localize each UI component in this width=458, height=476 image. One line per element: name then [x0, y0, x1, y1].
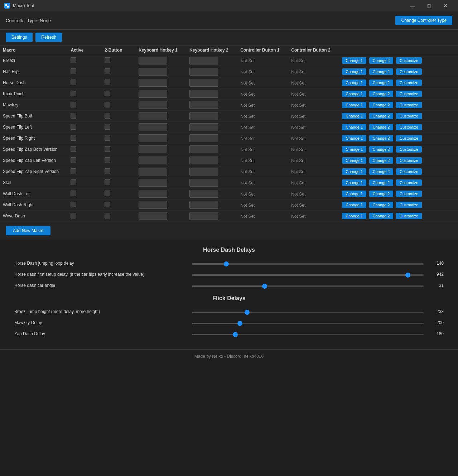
change2-button[interactable]: Change 2 — [369, 113, 394, 119]
change2-button[interactable]: Change 2 — [369, 213, 394, 219]
active-checkbox[interactable] — [71, 135, 76, 141]
hotkey2-input[interactable] — [189, 145, 218, 153]
change2-button[interactable]: Change 2 — [369, 102, 394, 108]
customize-button[interactable]: Customize — [396, 213, 422, 219]
active-checkbox[interactable] — [71, 179, 76, 185]
hotkey1-input[interactable] — [139, 201, 167, 209]
two-button-checkbox[interactable] — [105, 80, 110, 85]
active-checkbox[interactable] — [71, 91, 76, 96]
two-button-checkbox[interactable] — [105, 146, 110, 152]
change1-button[interactable]: Change 1 — [342, 168, 366, 175]
change1-button[interactable]: Change 1 — [342, 157, 366, 164]
customize-button[interactable]: Customize — [396, 102, 422, 108]
close-button[interactable]: ✕ — [437, 0, 454, 11]
change2-button[interactable]: Change 2 — [369, 124, 394, 130]
active-checkbox[interactable] — [71, 213, 76, 218]
active-checkbox[interactable] — [71, 68, 76, 74]
two-button-checkbox[interactable] — [105, 135, 110, 141]
change1-button[interactable]: Change 1 — [342, 213, 366, 219]
two-button-checkbox[interactable] — [105, 202, 110, 207]
hotkey2-input[interactable] — [189, 134, 218, 142]
hotkey1-input[interactable] — [139, 79, 167, 87]
customize-button[interactable]: Customize — [396, 146, 422, 153]
two-button-checkbox[interactable] — [105, 179, 110, 185]
hotkey1-input[interactable] — [139, 157, 167, 164]
change1-button[interactable]: Change 1 — [342, 135, 366, 141]
customize-button[interactable]: Customize — [396, 68, 422, 75]
change2-button[interactable]: Change 2 — [369, 157, 394, 164]
active-checkbox[interactable] — [71, 113, 76, 119]
change2-button[interactable]: Change 2 — [369, 168, 394, 175]
change1-button[interactable]: Change 1 — [342, 68, 366, 75]
two-button-checkbox[interactable] — [105, 124, 110, 130]
change2-button[interactable]: Change 2 — [369, 191, 394, 197]
customize-button[interactable]: Customize — [396, 124, 422, 130]
hotkey2-input[interactable] — [189, 90, 218, 98]
hotkey1-input[interactable] — [139, 190, 167, 198]
change1-button[interactable]: Change 1 — [342, 80, 366, 86]
hotkey2-input[interactable] — [189, 101, 218, 109]
change2-button[interactable]: Change 2 — [369, 146, 394, 153]
two-button-checkbox[interactable] — [105, 213, 110, 218]
change1-button[interactable]: Change 1 — [342, 124, 366, 130]
hotkey2-input[interactable] — [189, 190, 218, 198]
customize-button[interactable]: Customize — [396, 191, 422, 197]
active-checkbox[interactable] — [71, 157, 76, 163]
slider-input[interactable] — [192, 312, 424, 313]
hotkey2-input[interactable] — [189, 57, 218, 64]
hotkey1-input[interactable] — [139, 212, 167, 220]
customize-button[interactable]: Customize — [396, 168, 422, 175]
hotkey1-input[interactable] — [139, 101, 167, 109]
hotkey2-input[interactable] — [189, 201, 218, 209]
change2-button[interactable]: Change 2 — [369, 80, 394, 86]
two-button-checkbox[interactable] — [105, 168, 110, 174]
hotkey1-input[interactable] — [139, 68, 167, 76]
hotkey1-input[interactable] — [139, 168, 167, 176]
two-button-checkbox[interactable] — [105, 191, 110, 196]
macro-table-wrapper[interactable]: Macro Active 2-Button Keyboard Hotkey 1 … — [0, 45, 458, 240]
active-checkbox[interactable] — [71, 168, 76, 174]
two-button-checkbox[interactable] — [105, 91, 110, 96]
settings-button[interactable]: Settings — [6, 33, 33, 42]
change1-button[interactable]: Change 1 — [342, 146, 366, 153]
customize-button[interactable]: Customize — [396, 113, 422, 119]
change2-button[interactable]: Change 2 — [369, 68, 394, 75]
change1-button[interactable]: Change 1 — [342, 191, 366, 197]
hotkey2-input[interactable] — [189, 212, 218, 220]
customize-button[interactable]: Customize — [396, 157, 422, 164]
change2-button[interactable]: Change 2 — [369, 202, 394, 208]
customize-button[interactable]: Customize — [396, 202, 422, 208]
hotkey1-input[interactable] — [139, 134, 167, 142]
hotkey2-input[interactable] — [189, 112, 218, 120]
slider-input[interactable] — [192, 285, 424, 287]
change2-button[interactable]: Change 2 — [369, 135, 394, 141]
slider-input[interactable] — [192, 274, 424, 276]
change2-button[interactable]: Change 2 — [369, 91, 394, 97]
active-checkbox[interactable] — [71, 80, 76, 85]
hotkey1-input[interactable] — [139, 123, 167, 131]
hotkey1-input[interactable] — [139, 145, 167, 153]
change1-button[interactable]: Change 1 — [342, 113, 366, 119]
hotkey2-input[interactable] — [189, 157, 218, 164]
customize-button[interactable]: Customize — [396, 135, 422, 141]
change1-button[interactable]: Change 1 — [342, 202, 366, 208]
customize-button[interactable]: Customize — [396, 57, 422, 64]
customize-button[interactable]: Customize — [396, 179, 422, 186]
active-checkbox[interactable] — [71, 124, 76, 130]
change-controller-button[interactable]: Change Controller Type — [395, 16, 452, 25]
change1-button[interactable]: Change 1 — [342, 102, 366, 108]
change1-button[interactable]: Change 1 — [342, 91, 366, 97]
change2-button[interactable]: Change 2 — [369, 179, 394, 186]
hotkey1-input[interactable] — [139, 90, 167, 98]
two-button-checkbox[interactable] — [105, 57, 110, 63]
minimize-button[interactable]: — — [404, 0, 421, 11]
active-checkbox[interactable] — [71, 202, 76, 207]
two-button-checkbox[interactable] — [105, 157, 110, 163]
hotkey2-input[interactable] — [189, 179, 218, 187]
hotkey1-input[interactable] — [139, 112, 167, 120]
slider-input[interactable] — [192, 263, 424, 265]
hotkey2-input[interactable] — [189, 168, 218, 176]
add-new-macro-button[interactable]: Add New Macro — [6, 226, 50, 235]
two-button-checkbox[interactable] — [105, 102, 110, 107]
customize-button[interactable]: Customize — [396, 91, 422, 97]
